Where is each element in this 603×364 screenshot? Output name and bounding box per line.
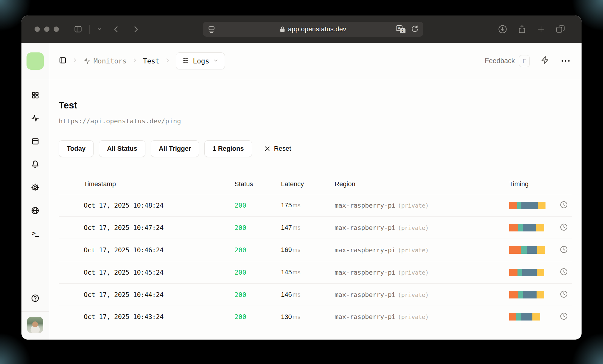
row-region: max-raspberry-pi: [335, 246, 395, 254]
table-row[interactable]: Oct 17, 2025 10:45:24 200 145ms max-rasp…: [59, 261, 572, 283]
filter-regions-button[interactable]: 1 Regions: [204, 140, 252, 157]
cli-terminal-icon[interactable]: >_: [32, 230, 38, 237]
chevron-right-icon: [132, 57, 138, 64]
new-tab-icon[interactable]: [537, 25, 545, 33]
table-row[interactable]: Oct 17, 2025 10:43:24 200 130ms max-rasp…: [59, 306, 572, 328]
status-pages-icon[interactable]: [31, 137, 39, 147]
view-switcher-button[interactable]: Logs: [176, 52, 225, 69]
filter-date-button[interactable]: Today: [59, 140, 94, 157]
row-region-visibility: (private): [398, 291, 429, 298]
row-timestamp: Oct 17, 2025 10:47:24: [84, 224, 234, 231]
timing-segment: [522, 269, 537, 276]
timing-segment: [517, 202, 522, 209]
sidebar-toggle-icon[interactable]: [74, 25, 82, 33]
clock-icon[interactable]: [560, 312, 568, 321]
browser-toolbar: app.openstatus.dev A文: [21, 15, 582, 43]
browser-window: app.openstatus.dev A文: [21, 15, 582, 340]
row-region: max-raspberry-pi: [335, 224, 395, 231]
close-window-button[interactable]: [35, 27, 40, 32]
bolt-icon[interactable]: [540, 56, 550, 66]
feedback-label: Feedback: [485, 57, 515, 65]
col-status[interactable]: Status: [234, 180, 281, 188]
clock-icon[interactable]: [560, 245, 568, 255]
help-circle-icon[interactable]: [31, 294, 39, 304]
row-latency-unit: ms: [293, 291, 301, 298]
timing-segment: [518, 224, 523, 231]
logs-table: Timestamp Status Latency Region Timing O…: [59, 174, 572, 328]
clock-icon[interactable]: [560, 290, 568, 299]
monitor-endpoint-url: https://api.openstatus.dev/ping: [59, 117, 572, 125]
page-header: Monitors Test Logs: [49, 43, 582, 79]
clock-icon[interactable]: [560, 201, 568, 210]
panel-toggle-icon[interactable]: [59, 56, 67, 66]
reload-icon[interactable]: [411, 25, 419, 33]
table-row[interactable]: Oct 17, 2025 10:47:24 200 147ms max-rasp…: [59, 216, 572, 239]
timing-segment: [537, 246, 545, 254]
filter-trigger-button[interactable]: All Trigger: [151, 140, 199, 157]
ellipsis-menu-icon[interactable]: [562, 60, 570, 62]
log-rows: Oct 17, 2025 10:48:24 200 175ms max-rasp…: [59, 194, 572, 328]
regions-globe-icon[interactable]: [31, 206, 39, 216]
timing-segment: [516, 313, 521, 321]
table-row[interactable]: Oct 17, 2025 10:46:24 200 169ms max-rasp…: [59, 239, 572, 261]
row-timestamp: Oct 17, 2025 10:48:24: [84, 202, 234, 209]
row-timestamp: Oct 17, 2025 10:45:24: [84, 269, 234, 276]
row-timestamp: Oct 17, 2025 10:44:24: [84, 291, 234, 298]
col-latency[interactable]: Latency: [281, 180, 335, 188]
tab-overview-icon[interactable]: [556, 25, 565, 33]
user-avatar[interactable]: [27, 317, 43, 333]
table-row[interactable]: Oct 17, 2025 10:48:24 200 175ms max-rasp…: [59, 194, 572, 216]
timing-segment: [509, 246, 521, 254]
timing-segment: [518, 291, 523, 298]
timing-bar: [509, 313, 540, 321]
view-switcher-label: Logs: [193, 57, 209, 65]
breadcrumb-monitors[interactable]: Monitors: [83, 57, 127, 65]
chevron-down-icon: [213, 58, 219, 64]
timing-segment: [509, 224, 518, 231]
workspace-logo[interactable]: [27, 52, 44, 70]
timing-segment: [536, 224, 544, 231]
row-region: max-raspberry-pi: [335, 291, 395, 298]
col-region[interactable]: Region: [335, 180, 509, 188]
timing-segment: [509, 202, 517, 209]
share-icon[interactable]: [518, 25, 526, 34]
row-latency-unit: ms: [293, 269, 301, 276]
forward-icon[interactable]: [132, 25, 140, 33]
clock-icon[interactable]: [560, 268, 568, 277]
filter-status-button[interactable]: All Status: [99, 140, 145, 157]
settings-gear-icon[interactable]: [31, 183, 39, 193]
page-settings-icon[interactable]: [208, 25, 215, 33]
reset-filters-button[interactable]: Reset: [264, 145, 291, 153]
breadcrumb-monitor-name[interactable]: Test: [143, 57, 159, 65]
row-region-visibility: (private): [398, 269, 429, 276]
dashboard-grid-icon[interactable]: [31, 91, 39, 100]
chevron-down-icon[interactable]: [97, 27, 102, 32]
minimize-window-button[interactable]: [44, 27, 49, 32]
translate-icon[interactable]: A文: [396, 25, 405, 33]
row-latency-unit: ms: [293, 202, 301, 209]
address-bar[interactable]: app.openstatus.dev A文: [203, 22, 423, 37]
row-status: 200: [234, 202, 281, 209]
monitors-activity-icon[interactable]: [31, 114, 39, 124]
downloads-icon[interactable]: [498, 25, 507, 34]
row-status: 200: [234, 246, 281, 254]
feedback-button[interactable]: Feedback F: [485, 55, 530, 67]
page-title: Test: [59, 100, 572, 111]
table-row[interactable]: Oct 17, 2025 10:44:24 200 146ms max-rasp…: [59, 283, 572, 306]
timing-segment: [521, 202, 538, 209]
col-timing[interactable]: Timing: [509, 180, 572, 188]
timing-bar: [509, 202, 546, 209]
row-region: max-raspberry-pi: [335, 313, 395, 321]
row-region-visibility: (private): [398, 313, 429, 321]
activity-icon: [83, 57, 91, 65]
clock-icon[interactable]: [560, 223, 568, 232]
back-icon[interactable]: [112, 25, 120, 33]
row-latency-value: 146: [281, 291, 292, 298]
timing-segment: [523, 224, 536, 231]
notifications-bell-icon[interactable]: [31, 160, 39, 169]
col-timestamp[interactable]: Timestamp: [84, 180, 234, 188]
row-region-visibility: (private): [398, 202, 429, 209]
row-status: 200: [234, 224, 281, 231]
row-status: 200: [234, 313, 281, 321]
zoom-window-button[interactable]: [54, 27, 59, 32]
